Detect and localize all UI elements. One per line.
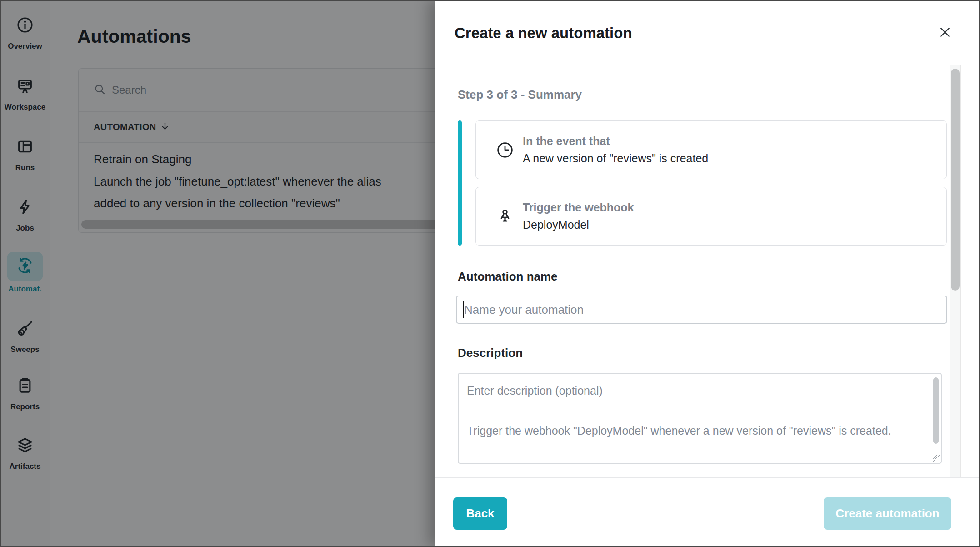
drawer-title: Create a new automation: [455, 25, 632, 42]
description-textarea[interactable]: Enter description (optional) Trigger the…: [458, 373, 942, 464]
step-indicator: Step 3 of 3 - Summary: [458, 88, 582, 102]
text-cursor: [463, 301, 464, 318]
summary-card-value: A new version of "reviews" is created: [523, 152, 708, 165]
automation-name-label: Automation name: [458, 270, 558, 284]
create-automation-drawer: Create a new automation Step 3 of 3 - Su…: [435, 0, 980, 547]
automation-name-input[interactable]: [456, 296, 947, 324]
close-button[interactable]: [936, 24, 954, 41]
drawer-scrollbar-track[interactable]: [950, 65, 961, 477]
close-icon: [938, 25, 952, 40]
clock-icon: [496, 141, 514, 159]
drawer-body: Step 3 of 3 - Summary In the event that …: [435, 65, 980, 477]
drawer-header: Create a new automation: [435, 0, 980, 65]
textarea-scrollbar-thumb[interactable]: [933, 377, 939, 444]
webhook-icon: [496, 207, 514, 226]
description-placeholder: Enter description (optional) Trigger the…: [467, 381, 903, 441]
summary-card-label: In the event that: [523, 135, 708, 148]
summary-card-event: In the event that A new version of "revi…: [475, 120, 947, 179]
create-automation-button[interactable]: Create automation: [824, 497, 951, 530]
summary-accent-bar: [458, 120, 462, 246]
resize-handle-icon[interactable]: [933, 455, 940, 462]
summary-card-action: Trigger the webhook DeployModel: [475, 187, 947, 246]
description-label: Description: [458, 346, 523, 360]
automation-name-field: [456, 296, 947, 324]
drawer-footer: Back Create automation: [435, 477, 980, 547]
drawer-scrollbar-thumb[interactable]: [951, 69, 960, 291]
summary-card-label: Trigger the webhook: [523, 201, 634, 214]
back-button[interactable]: Back: [453, 497, 507, 530]
summary-card-value: DeployModel: [523, 218, 634, 231]
